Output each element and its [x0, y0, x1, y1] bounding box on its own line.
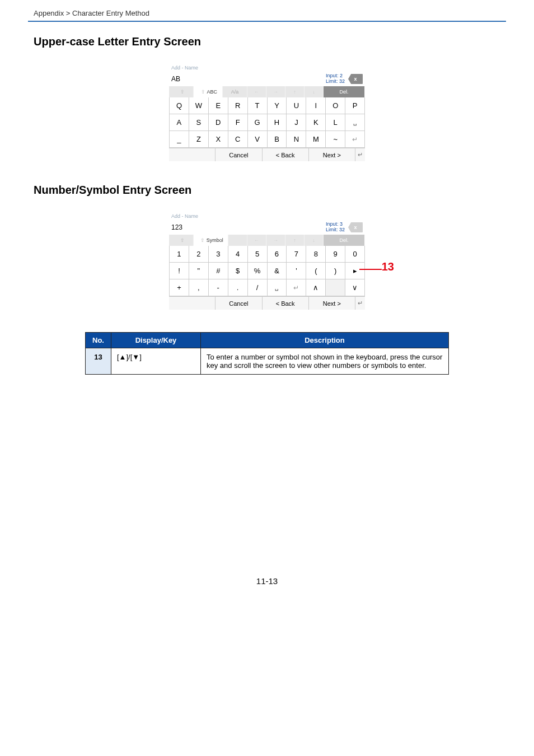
cursor-up-icon[interactable]: ↑: [285, 86, 305, 97]
key[interactable]: J: [287, 114, 306, 131]
key[interactable]: ,: [189, 279, 209, 296]
kbd-b-tabbar: ⇧ ⇧ Symbol ← → ↑ ↓ Del.: [169, 235, 365, 246]
key[interactable]: U: [287, 97, 306, 114]
key[interactable]: L: [326, 114, 345, 131]
back-button[interactable]: < Back: [262, 296, 308, 310]
space-key[interactable]: ␣: [268, 279, 287, 296]
key[interactable]: +: [169, 279, 189, 296]
kbd-b-counter: Input: 3 Limit: 32: [326, 222, 345, 233]
enter-icon[interactable]: ↵: [355, 148, 365, 161]
key[interactable]: H: [268, 114, 287, 131]
key[interactable]: I: [306, 97, 326, 114]
enter-icon[interactable]: ↵: [355, 296, 365, 310]
key[interactable]: _: [169, 131, 189, 148]
key[interactable]: !: [169, 263, 189, 279]
tab-del[interactable]: Del.: [324, 86, 365, 97]
space-key[interactable]: ␣: [345, 114, 365, 131]
key[interactable]: N: [287, 131, 306, 148]
key[interactable]: B: [268, 131, 287, 148]
key[interactable]: V: [248, 131, 268, 148]
key[interactable]: X: [209, 131, 228, 148]
key[interactable]: ": [189, 263, 209, 279]
key[interactable]: O: [326, 97, 345, 114]
key[interactable]: 6: [268, 246, 287, 263]
key[interactable]: K: [306, 114, 326, 131]
scroll-up-key[interactable]: ∧: [306, 279, 326, 296]
cancel-button[interactable]: Cancel: [215, 296, 261, 310]
key[interactable]: M: [306, 131, 326, 148]
backspace-icon[interactable]: x: [348, 222, 363, 232]
key[interactable]: ): [326, 263, 345, 279]
key[interactable]: A: [169, 114, 189, 131]
tab-a-a[interactable]: A/a: [223, 86, 247, 97]
key[interactable]: F: [228, 114, 248, 131]
breadcrumb: Appendix > Character Entry Method: [0, 0, 534, 21]
cursor-left-icon[interactable]: ←: [247, 235, 266, 246]
key[interactable]: 0: [345, 246, 365, 263]
key[interactable]: &: [268, 263, 287, 279]
tab-symbol[interactable]: ⇧ Symbol: [194, 235, 228, 246]
key[interactable]: R: [228, 97, 248, 114]
key[interactable]: T: [248, 97, 268, 114]
next-button[interactable]: Next >: [308, 296, 355, 310]
cancel-button[interactable]: Cancel: [215, 148, 261, 161]
cursor-down-icon[interactable]: ↓: [305, 235, 324, 246]
cursor-right-icon[interactable]: →: [266, 86, 285, 97]
keyboard-symbol: Add - Name 123 Input: 3 Limit: 32 x ⇧ ⇧ …: [169, 212, 365, 310]
tab-abc[interactable]: ⇧ ABC: [194, 86, 223, 97]
key[interactable]: Z: [189, 131, 209, 148]
cursor-right-icon[interactable]: →: [266, 235, 285, 246]
key[interactable]: S: [189, 114, 209, 131]
key[interactable]: ~: [326, 131, 345, 148]
back-button[interactable]: < Back: [262, 148, 308, 161]
page-number: 11-13: [0, 576, 534, 608]
blank-seg: [169, 296, 215, 310]
key[interactable]: (: [306, 263, 326, 279]
tab-blank[interactable]: [228, 235, 247, 246]
key[interactable]: 2: [189, 246, 209, 263]
tab-del[interactable]: Del.: [324, 235, 365, 246]
th-no: No.: [86, 333, 111, 348]
next-button[interactable]: Next >: [308, 148, 355, 161]
backspace-icon[interactable]: x: [348, 74, 363, 84]
cursor-up-icon[interactable]: ↑: [285, 235, 305, 246]
key[interactable]: /: [248, 279, 268, 296]
key[interactable]: E: [209, 97, 228, 114]
kbd-a-title: Add - Name: [169, 64, 365, 72]
key[interactable]: G: [248, 114, 268, 131]
scroll-down-key[interactable]: ∨: [345, 279, 365, 296]
enter-key[interactable]: ↵: [345, 131, 365, 148]
callout-13: 13: [382, 260, 394, 273]
key[interactable]: $: [228, 263, 248, 279]
key[interactable]: 9: [326, 246, 345, 263]
key[interactable]: 5: [248, 246, 268, 263]
cell-display-key: [▲]/[▼]: [111, 348, 201, 375]
cursor-left-icon[interactable]: ←: [247, 86, 266, 97]
key[interactable]: ': [287, 263, 306, 279]
key[interactable]: P: [345, 97, 365, 114]
key[interactable]: 3: [209, 246, 228, 263]
key[interactable]: 1: [169, 246, 189, 263]
key[interactable]: C: [228, 131, 248, 148]
table-row: 13 [▲]/[▼] To enter a number or symbol n…: [86, 348, 449, 375]
cursor-down-icon[interactable]: ↓: [305, 86, 324, 97]
key[interactable]: W: [189, 97, 209, 114]
key[interactable]: .: [228, 279, 248, 296]
key[interactable]: -: [209, 279, 228, 296]
disabled-key: [326, 279, 345, 296]
key[interactable]: 8: [306, 246, 326, 263]
key[interactable]: Q: [169, 97, 189, 114]
section1-title: Upper-case Letter Entry Screen: [34, 35, 534, 48]
key[interactable]: #: [209, 263, 228, 279]
key[interactable]: 4: [228, 246, 248, 263]
kbd-b-title: Add - Name: [169, 212, 365, 220]
key[interactable]: 7: [287, 246, 306, 263]
enter-key[interactable]: ↵: [287, 279, 306, 296]
key[interactable]: Y: [268, 97, 287, 114]
kbd-b-value: 123: [171, 223, 326, 231]
tab-mode-left[interactable]: ⇧: [169, 235, 194, 246]
key[interactable]: D: [209, 114, 228, 131]
blank-seg: [169, 148, 215, 161]
key[interactable]: %: [248, 263, 268, 279]
tab-mode-left[interactable]: ⇧: [169, 86, 194, 97]
